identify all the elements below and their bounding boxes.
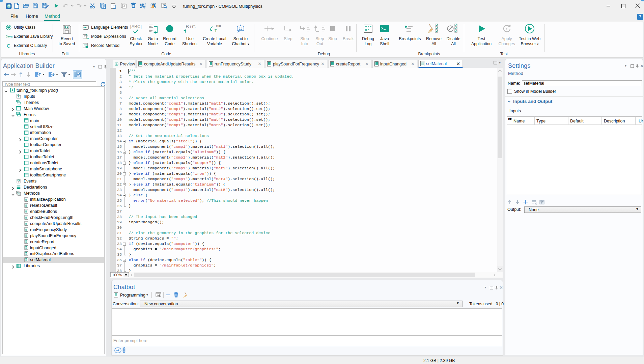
svg-text:A: A [11,89,14,92]
svg-text:T: T [215,28,217,33]
svg-text:a=: a= [86,37,89,39]
svg-text:B+C: B+C [186,24,196,29]
svg-text:ABC: ABC [83,26,88,29]
svg-text:a=: a= [216,23,221,28]
